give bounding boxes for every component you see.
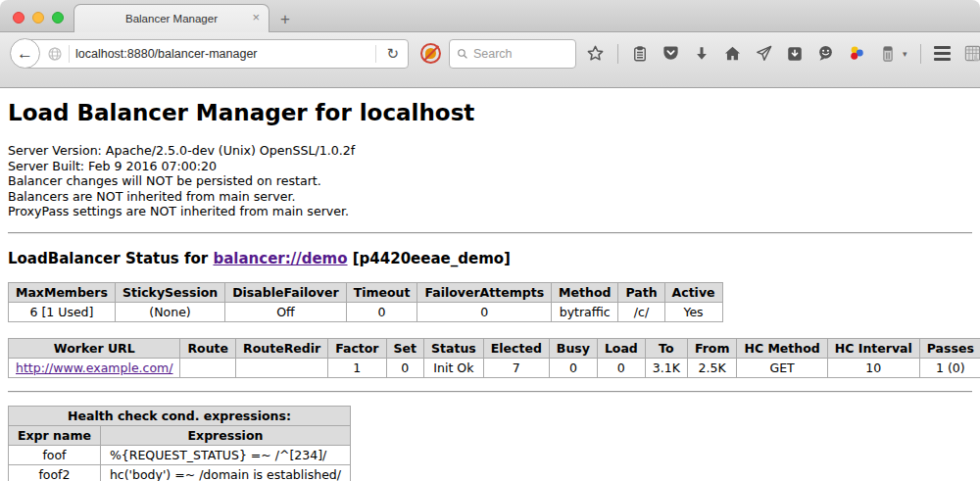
- back-button[interactable]: ←: [10, 38, 40, 69]
- cell-factor: 1: [328, 358, 386, 377]
- cell-busy: 0: [549, 358, 597, 377]
- server-info-line: Server Version: Apache/2.5.0-dev (Unix) …: [8, 143, 972, 159]
- cell-routeredir: [236, 358, 328, 377]
- column-header: From: [687, 338, 737, 358]
- balancer-demo-link[interactable]: balancer://demo: [213, 250, 347, 267]
- extension-battery-icon[interactable]: [879, 44, 897, 64]
- search-icon: [457, 47, 468, 61]
- column-header: DisableFailover: [225, 282, 346, 302]
- server-info-line: Balancers are NOT inherited from main se…: [8, 189, 972, 205]
- column-header: Passes: [919, 338, 980, 358]
- cell-path: /c/: [618, 302, 664, 321]
- window-close-button[interactable]: [13, 12, 24, 24]
- cell-set: 0: [386, 358, 423, 377]
- column-header: HC Interval: [827, 338, 919, 358]
- column-header: Set: [386, 338, 423, 358]
- cell-maxmembers: 6 [1 Used]: [9, 302, 116, 321]
- downloads-icon[interactable]: [693, 45, 710, 63]
- window-zoom-button[interactable]: [52, 12, 64, 24]
- cell-disablefailover: Off: [225, 302, 346, 321]
- balancer-settings-table: MaxMembers StickySession DisableFailover…: [8, 282, 723, 322]
- column-header: Factor: [328, 338, 386, 358]
- status-heading-prefix: LoadBalancer Status for: [8, 250, 213, 267]
- send-plane-icon[interactable]: [755, 44, 773, 63]
- column-header: Active: [664, 282, 722, 302]
- cell-elected: 7: [483, 358, 549, 377]
- close-tab-icon[interactable]: ×: [252, 11, 260, 24]
- downloadhelper-balls-icon[interactable]: [848, 44, 866, 63]
- extension-dropdown-icon[interactable]: ▾: [903, 49, 907, 59]
- divider: [8, 232, 972, 234]
- column-header: Elected: [483, 338, 549, 358]
- navigation-toolbar: ← localhost:8880/balancer-manager ↻: [0, 32, 980, 88]
- column-header: Route: [180, 338, 236, 358]
- worker-table: Worker URL Route RouteRedir Factor Set S…: [8, 338, 980, 378]
- cell-expression: %{REQUEST_STATUS} =~ /^[234]/: [100, 445, 350, 464]
- cell-expression: hc('body') =~ /domain is established/: [100, 464, 350, 481]
- reading-list-clipboard-icon[interactable]: [631, 45, 649, 63]
- column-header: Load: [597, 338, 645, 358]
- url-text: localhost:8880/balancer-manager: [75, 47, 369, 61]
- page-title: Load Balancer Manager for localhost: [8, 88, 972, 125]
- menu-hamburger-icon[interactable]: [934, 44, 951, 63]
- worker-url-link[interactable]: http://www.example.com/: [16, 361, 172, 375]
- flash-blocked-icon[interactable]: [420, 43, 441, 64]
- tab-bar: Balancer Manager × +: [0, 0, 980, 32]
- toolbar-separator: [617, 44, 618, 64]
- cell-method: bytraffic: [552, 302, 618, 321]
- table-header-row: Worker URL Route RouteRedir Factor Set S…: [9, 338, 980, 358]
- table-row: foof2 hc('body') =~ /domain is establish…: [9, 464, 351, 481]
- server-info-line: Balancer changes will NOT be persisted o…: [8, 173, 972, 189]
- extension-download-square-icon[interactable]: [786, 45, 804, 63]
- server-info: Server Version: Apache/2.5.0-dev (Unix) …: [8, 143, 972, 219]
- table-header-row: Expr name Expression: [9, 425, 351, 445]
- column-header: Path: [618, 282, 664, 302]
- table-header-row: MaxMembers StickySession DisableFailover…: [9, 282, 723, 302]
- search-box[interactable]: [449, 39, 576, 69]
- cell-stickysession: (None): [115, 302, 224, 321]
- column-header: RouteRedir: [236, 338, 328, 358]
- tab-balancer-manager[interactable]: Balancer Manager ×: [74, 4, 270, 32]
- urlbar-separator: [69, 45, 70, 63]
- column-header: Expression: [100, 425, 350, 445]
- tiles-grid-icon[interactable]: [963, 44, 980, 63]
- new-tab-button[interactable]: +: [280, 11, 290, 27]
- cell-passes: 1 (0): [919, 358, 980, 377]
- browser-window: Balancer Manager × + ← localhost:8880/ba…: [0, 0, 980, 481]
- column-header: FailoverAttempts: [417, 282, 552, 302]
- table-row: http://www.example.com/ 1 0 Init Ok 7 0 …: [9, 358, 980, 377]
- server-info-line: ProxyPass settings are NOT inherited fro…: [8, 204, 972, 219]
- health-check-table: Health check cond. expressions: Expr nam…: [8, 406, 351, 481]
- column-header: Method: [552, 282, 618, 302]
- home-icon[interactable]: [723, 44, 742, 63]
- pocket-icon[interactable]: [662, 44, 680, 63]
- server-info-line: Server Built: Feb 9 2016 07:00:20: [8, 159, 972, 174]
- divider: [8, 391, 972, 393]
- status-heading: LoadBalancer Status for balancer://demo …: [8, 250, 972, 267]
- cell-hc-method: GET: [737, 358, 827, 377]
- cell-hc-interval: 10: [827, 358, 919, 377]
- cell-worker-url: http://www.example.com/: [9, 358, 180, 377]
- column-header: Expr name: [9, 425, 101, 445]
- search-input[interactable]: [473, 47, 568, 61]
- reload-button[interactable]: ↻: [382, 45, 403, 63]
- urlbar-separator: [375, 45, 376, 63]
- column-header: MaxMembers: [9, 282, 116, 302]
- cell-expr-name: foof: [9, 445, 101, 464]
- column-header: Worker URL: [9, 338, 180, 358]
- window-minimize-button[interactable]: [32, 12, 44, 24]
- tab-title: Balancer Manager: [125, 13, 218, 24]
- cell-active: Yes: [664, 302, 722, 321]
- column-header: StickySession: [115, 282, 224, 302]
- column-header: HC Method: [737, 338, 827, 358]
- cell-route: [180, 358, 236, 377]
- cell-timeout: 0: [346, 302, 417, 321]
- column-header: Timeout: [346, 282, 417, 302]
- cell-to: 3.1K: [645, 358, 687, 377]
- bookmark-star-icon[interactable]: [586, 44, 605, 63]
- column-header: Status: [424, 338, 484, 358]
- cell-load: 0: [597, 358, 645, 377]
- smiley-chat-icon[interactable]: [816, 44, 835, 63]
- url-bar[interactable]: localhost:8880/balancer-manager ↻: [24, 39, 409, 69]
- traffic-lights: [13, 12, 64, 24]
